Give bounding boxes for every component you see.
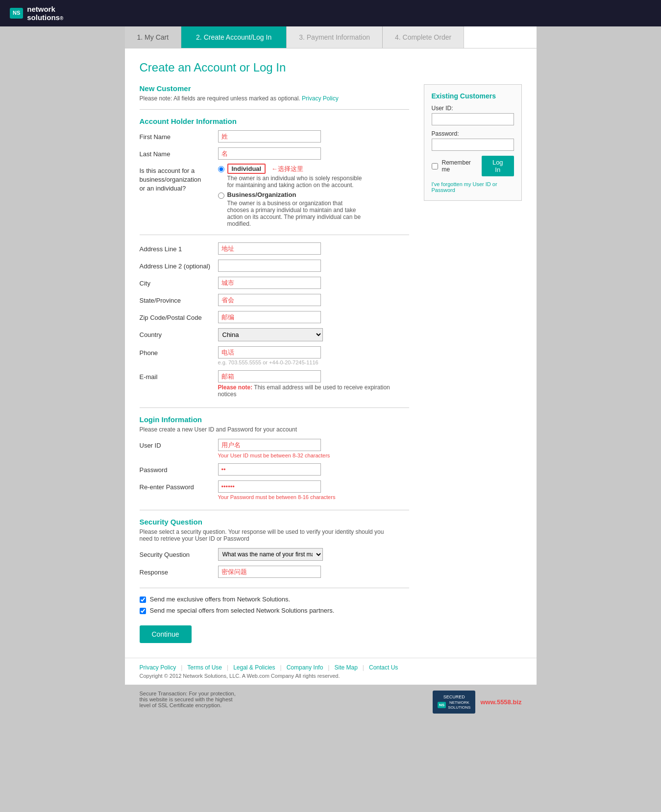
badges: SECURED NS NETWORKSOLUTIONS www.5558.biz [433, 691, 521, 714]
zip-row: Zip Code/Postal Code [140, 311, 409, 323]
business-label: Business/Organization [227, 191, 296, 198]
step-3[interactable]: 3. Payment Information [287, 26, 383, 48]
state-control [218, 294, 409, 306]
page-title: Create an Account or Log In [140, 61, 522, 74]
security-response-input[interactable] [218, 566, 321, 578]
address2-row: Address Line 2 (optional) [140, 260, 409, 272]
checkbox-row-1: Send me exclusive offers from Network So… [140, 596, 409, 603]
address2-label: Address Line 2 (optional) [140, 260, 218, 270]
last-name-control [218, 147, 409, 160]
privacy-policy-link[interactable]: Privacy Policy [302, 95, 339, 102]
country-select[interactable]: China United States United Kingdom [218, 328, 323, 341]
account-type-row: Is this account for abusiness/organizati… [140, 165, 409, 227]
footer-legal[interactable]: Legal & Policies [233, 664, 275, 671]
steps-nav: 1. My Cart 2. Create Account/Log In 3. P… [125, 26, 537, 48]
phone-input[interactable] [218, 346, 321, 358]
footer-terms[interactable]: Terms of Use [187, 664, 222, 671]
last-name-label: Last Name [140, 147, 218, 158]
footer-sitemap[interactable]: Site Map [334, 664, 357, 671]
first-name-label: First Name [140, 130, 218, 141]
last-name-input[interactable] [218, 147, 321, 160]
email-row: E-mail Please note: This email address w… [140, 370, 409, 398]
new-customer-note: Please note: All fields are required unl… [140, 95, 409, 102]
userid-input[interactable] [218, 439, 321, 451]
ns-logo-badge: NS [438, 702, 446, 708]
email-input[interactable] [218, 370, 321, 382]
www-badge: www.5558.biz [480, 698, 521, 706]
step-4[interactable]: 4. Complete Order [383, 26, 464, 48]
existing-password-input[interactable] [432, 139, 514, 151]
state-row: State/Province [140, 294, 409, 306]
first-name-input[interactable] [218, 130, 321, 143]
address1-row: Address Line 1 [140, 242, 409, 255]
zip-input[interactable] [218, 311, 321, 323]
header: NS network solutions® [0, 0, 661, 26]
special-offers-label: Send me special offers from selected Net… [150, 607, 335, 614]
phone-hint: e.g. 703.555.5555 or +44-0-20-7245-1116 [218, 359, 409, 365]
security-title: Security Question [140, 518, 409, 526]
password-label: Password [140, 463, 218, 474]
existing-customers-section: Existing Customers User ID: Password: Re… [424, 84, 522, 643]
exclusive-offers-label: Send me exclusive offers from Network So… [150, 596, 291, 603]
security-question-select[interactable]: What was the name of your first manager?… [218, 548, 323, 561]
state-label: State/Province [140, 294, 218, 304]
logo-name-line1: network [27, 5, 63, 13]
continue-button[interactable]: Continue [140, 625, 192, 643]
individual-radio[interactable] [218, 166, 224, 172]
country-control: China United States United Kingdom [218, 328, 409, 341]
userid-hint: Your User ID must be between 8-32 charac… [218, 453, 409, 458]
phone-control: e.g. 703.555.5555 or +44-0-20-7245-1116 [218, 346, 409, 365]
reenter-password-label: Re-enter Password [140, 480, 218, 491]
logo-name-line2: solutions® [27, 13, 63, 22]
logo-text: network solutions® [27, 5, 63, 22]
address2-input[interactable] [218, 260, 321, 272]
city-input[interactable] [218, 277, 321, 289]
security-note: Please select a security question. Your … [140, 528, 409, 542]
remember-me-row: Remember me Log In [432, 156, 514, 176]
secure-badge: SECURED NS NETWORKSOLUTIONS [433, 691, 475, 714]
security-response-control [218, 566, 409, 578]
new-customer-section: New Customer Please note: All fields are… [140, 84, 409, 643]
step-1[interactable]: 1. My Cart [125, 26, 182, 48]
address1-label: Address Line 1 [140, 242, 218, 253]
address1-input[interactable] [218, 242, 321, 255]
phone-row: Phone e.g. 703.555.5555 or +44-0-20-7245… [140, 346, 409, 365]
email-control: Please note: This email address will be … [218, 370, 409, 398]
password-field-label: Password: [432, 130, 514, 137]
security-question-control: What was the name of your first manager?… [218, 548, 409, 561]
network-solutions-badge: NETWORKSOLUTIONS [448, 700, 470, 710]
remember-me-checkbox[interactable] [432, 163, 438, 169]
reenter-password-control: Your Password must be between 8-16 chara… [218, 480, 409, 500]
email-note: Please note: This email address will be … [218, 384, 409, 398]
step-2[interactable]: 2. Create Account/Log In [181, 26, 287, 48]
existing-userid-input[interactable] [432, 113, 514, 125]
footer-company[interactable]: Company Info [287, 664, 323, 671]
footer-contact[interactable]: Contact Us [369, 664, 398, 671]
reenter-password-row: Re-enter Password Your Password must be … [140, 480, 409, 500]
forgot-password-link[interactable]: I've forgotten my User ID or Password [432, 181, 514, 193]
zip-control [218, 311, 409, 323]
password-row: Password [140, 463, 409, 476]
login-info-title: Login Information [140, 415, 409, 424]
footer-links: Privacy Policy | Terms of Use | Legal & … [140, 664, 522, 671]
userid-row: User ID Your User ID must be between 8-3… [140, 439, 409, 458]
footer-privacy[interactable]: Privacy Policy [140, 664, 176, 671]
footer: Privacy Policy | Terms of Use | Legal & … [125, 658, 537, 685]
logo-ns: NS [10, 8, 23, 18]
userid-control: Your User ID must be between 8-32 charac… [218, 439, 409, 458]
existing-customers-title: Existing Customers [432, 92, 514, 100]
special-offers-checkbox[interactable] [140, 608, 146, 614]
userid-label: User ID [140, 439, 218, 449]
account-type-options: Individual ←选择这里 The owner is an individ… [218, 165, 409, 227]
exclusive-offers-checkbox[interactable] [140, 597, 146, 603]
remember-me-label: Remember me [442, 159, 478, 173]
state-input[interactable] [218, 294, 321, 306]
business-radio[interactable] [218, 192, 224, 199]
password-hint: Your Password must be between 8-16 chara… [218, 494, 409, 500]
login-button[interactable]: Log In [482, 156, 514, 176]
security-response-row: Response [140, 566, 409, 578]
reenter-password-input[interactable] [218, 480, 321, 493]
account-holder-title: Account Holder Information [140, 117, 409, 125]
password-input[interactable] [218, 463, 321, 476]
security-response-label: Response [140, 566, 218, 576]
